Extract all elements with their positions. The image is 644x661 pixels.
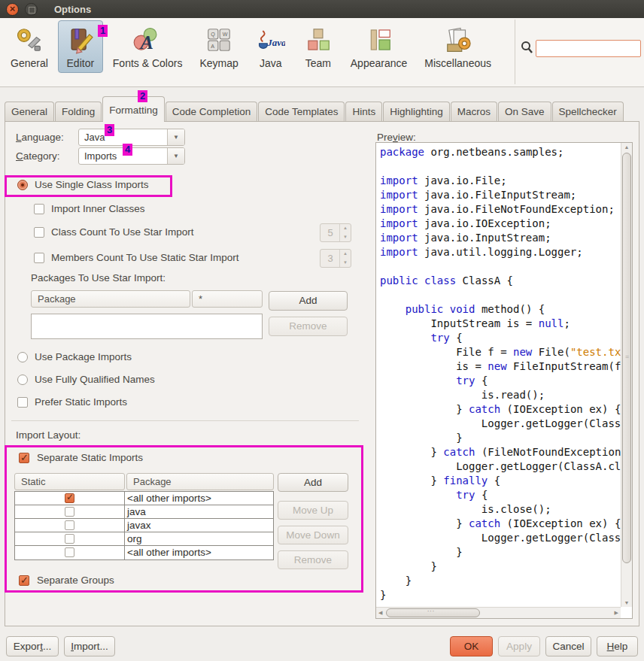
ok-button[interactable]: OK <box>450 636 493 656</box>
scroll-right-icon[interactable]: ▶ <box>615 610 618 616</box>
category-java[interactable]: JavaJava <box>248 20 293 73</box>
fonts-colors-icon: A <box>132 25 163 55</box>
class-count-spinner[interactable]: 5 ▲▼ <box>320 223 351 242</box>
static-checkbox[interactable] <box>65 507 74 517</box>
tab-code-templates[interactable]: Code Templates <box>258 102 345 122</box>
static-checkbox[interactable] <box>65 493 74 503</box>
class-count-checkbox[interactable] <box>34 227 44 238</box>
import-layout-label: Import Layout: <box>16 429 80 441</box>
svg-text:A: A <box>211 44 214 50</box>
formatting-panel: Language: Java ▼ Category: Imports ▼ Use… <box>5 121 639 626</box>
star-add-button[interactable]: Add <box>269 291 348 311</box>
layout-remove-button[interactable]: Remove <box>278 550 348 569</box>
tab-macros[interactable]: Macros <box>451 102 497 122</box>
export-button[interactable]: Export... <box>6 636 59 656</box>
team-icon <box>303 25 333 55</box>
layout-table-row[interactable]: org <box>15 532 273 546</box>
category-general[interactable]: General <box>3 20 56 73</box>
star-remove-button[interactable]: Remove <box>269 317 348 336</box>
tab-spellchecker[interactable]: Spellchecker <box>552 102 624 122</box>
layout-add-button[interactable]: Add <box>278 473 348 492</box>
separate-static-imports-label: Separate Static Imports <box>37 452 143 463</box>
category-appearance[interactable]: Appearance <box>343 20 415 73</box>
language-dropdown[interactable]: Java ▼ <box>78 129 185 146</box>
members-count-spinner[interactable]: 3 ▲▼ <box>320 249 351 268</box>
tab-hints[interactable]: Hints <box>345 102 382 122</box>
star-import-list[interactable] <box>31 314 263 339</box>
star-table-package-header[interactable]: Package <box>31 290 190 308</box>
tab-general[interactable]: General <box>5 102 54 122</box>
use-package-imports-radio[interactable] <box>17 352 28 362</box>
search-input[interactable] <box>536 40 641 57</box>
prefer-static-imports-label: Prefer Static Imports <box>35 396 127 408</box>
category-label: Miscellaneous <box>424 57 491 69</box>
layout-static-header[interactable]: Static <box>14 473 125 490</box>
package-cell: <all other imports> <box>125 492 273 505</box>
section-divider <box>11 420 359 421</box>
layout-table-row[interactable]: javax <box>15 519 273 532</box>
separate-groups-checkbox[interactable] <box>19 575 29 586</box>
import-layout-table: <all other imports>javajavaxorg<all othe… <box>14 491 274 560</box>
static-checkbox[interactable] <box>65 534 74 544</box>
svg-text:Java: Java <box>266 37 285 48</box>
tab-folding[interactable]: Folding <box>55 102 102 122</box>
use-single-class-imports-radio[interactable] <box>17 180 28 190</box>
category-keymap[interactable]: QWAKeymap <box>192 20 245 73</box>
tab-formatting[interactable]: Formatting <box>102 96 165 122</box>
members-count-label: Members Count To Use Static Star Import <box>51 252 239 263</box>
members-count-checkbox[interactable] <box>34 253 44 263</box>
static-checkbox[interactable] <box>65 547 74 557</box>
tab-highlighting[interactable]: Highlighting <box>383 102 450 122</box>
star-table-star-header[interactable]: * <box>192 290 263 308</box>
category-dropdown[interactable]: Imports ▼ <box>78 147 185 165</box>
import-button[interactable]: Import... <box>64 636 115 656</box>
tab-code-completion[interactable]: Code Completion <box>166 102 257 122</box>
category-editor[interactable]: Editor <box>58 20 103 73</box>
separate-static-imports-checkbox[interactable] <box>19 453 29 463</box>
use-fully-qualified-names-radio[interactable] <box>17 374 28 385</box>
vertical-scroll-thumb[interactable] <box>622 153 631 563</box>
apply-button[interactable]: Apply <box>498 636 540 656</box>
tab-on-save[interactable]: On Save <box>498 102 551 122</box>
layout-table-row[interactable]: <all other imports> <box>15 546 273 559</box>
cancel-button[interactable]: Cancel <box>545 636 591 656</box>
spin-down-icon[interactable]: ▼ <box>340 259 351 268</box>
language-value: Java <box>84 132 105 143</box>
options-dialog: Options GeneralEditorAFonts & ColorsQWAK… <box>0 0 644 661</box>
spin-up-icon[interactable]: ▲ <box>340 250 351 259</box>
keymap-icon: QWA <box>204 25 234 55</box>
layout-move-down-button[interactable]: Move Down <box>278 526 348 544</box>
category-label: Team <box>305 57 331 69</box>
window-title: Options <box>54 4 91 15</box>
preview-vertical-scrollbar[interactable]: ▲ ▼ <box>621 143 632 607</box>
chevron-down-icon: ▼ <box>167 129 184 145</box>
category-team[interactable]: Team <box>296 20 341 73</box>
prefer-static-imports-checkbox[interactable] <box>17 397 28 408</box>
preview-horizontal-scrollbar[interactable]: ◀ ▶ <box>376 607 621 618</box>
scroll-down-icon[interactable]: ▼ <box>621 600 632 605</box>
general-icon <box>14 25 44 55</box>
static-checkbox[interactable] <box>65 520 74 530</box>
spin-down-icon[interactable]: ▼ <box>340 233 351 242</box>
close-button[interactable] <box>6 3 19 16</box>
category-fonts-colors[interactable]: AFonts & Colors <box>105 20 190 73</box>
use-fully-qualified-names-label: Use Fully Qualified Names <box>35 374 155 385</box>
category-miscellaneous[interactable]: Miscellaneous <box>417 20 499 73</box>
restore-button[interactable] <box>25 3 38 16</box>
help-button[interactable]: Help <box>597 636 638 656</box>
horizontal-scroll-thumb[interactable] <box>386 608 480 617</box>
layout-move-up-button[interactable]: Move Up <box>278 501 348 520</box>
layout-table-row[interactable]: java <box>15 505 273 519</box>
layout-package-header[interactable]: Package <box>126 473 274 490</box>
scroll-left-icon[interactable]: ◀ <box>378 610 382 616</box>
preview-code: package org.netbeans.samples; import jav… <box>376 143 621 607</box>
package-cell: <all other imports> <box>125 546 273 559</box>
layout-table-row[interactable]: <all other imports> <box>15 492 273 505</box>
spin-up-icon[interactable]: ▲ <box>340 224 351 233</box>
import-inner-classes-label: Import Inner Classes <box>51 203 145 214</box>
import-inner-classes-checkbox[interactable] <box>34 204 44 214</box>
use-package-imports-label: Use Package Imports <box>35 351 132 362</box>
svg-text:W: W <box>223 32 228 38</box>
scroll-up-icon[interactable]: ▲ <box>621 144 632 150</box>
category-label: Editor <box>67 57 95 69</box>
